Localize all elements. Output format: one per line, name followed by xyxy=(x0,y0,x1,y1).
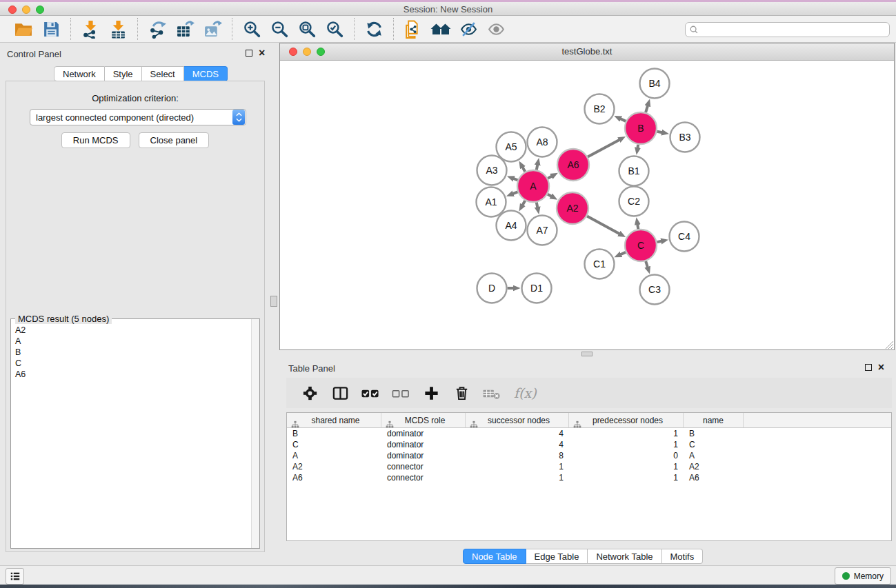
select-all-columns-icon[interactable] xyxy=(359,382,382,404)
memory-button[interactable]: Memory xyxy=(835,567,891,585)
table-cell[interactable]: 4 xyxy=(466,439,569,450)
column-header-predecessor-nodes[interactable]: predecessor nodes xyxy=(569,413,684,427)
tab-network[interactable]: Network xyxy=(54,66,105,81)
table-cell[interactable]: A xyxy=(684,450,744,461)
result-scrollbar[interactable] xyxy=(251,319,259,548)
table-cell[interactable]: 1 xyxy=(569,461,684,472)
resize-grip-icon[interactable] xyxy=(884,339,893,349)
zoom-in-icon[interactable] xyxy=(240,18,263,40)
edge-A6-B[interactable] xyxy=(588,140,619,157)
mcds-result-item[interactable]: B xyxy=(15,347,251,358)
tab-mcds[interactable]: MCDS xyxy=(184,66,228,81)
table-cell[interactable]: dominator xyxy=(381,428,466,439)
zoom-fit-icon[interactable] xyxy=(295,18,319,40)
edge-A-A6[interactable] xyxy=(548,176,552,178)
search-field[interactable] xyxy=(685,22,890,37)
edge-B-B1[interactable] xyxy=(637,145,638,148)
mcds-result-list[interactable]: A2ABCA6 xyxy=(11,321,251,548)
table-cell[interactable]: 4 xyxy=(466,428,569,439)
edge-A-A8[interactable] xyxy=(537,165,538,170)
table-row[interactable]: A6connector11A6 xyxy=(287,472,891,483)
close-panel-button[interactable]: Close panel xyxy=(139,132,210,148)
table-cell[interactable]: 1 xyxy=(569,472,684,483)
tab-motifs[interactable]: Motifs xyxy=(662,549,704,564)
copy-style-icon[interactable] xyxy=(401,18,425,40)
add-column-icon[interactable] xyxy=(419,382,443,404)
edge-B-B3[interactable] xyxy=(657,132,663,133)
tab-select[interactable]: Select xyxy=(142,66,184,81)
table-cell[interactable]: B xyxy=(287,428,381,439)
edge-A2-C[interactable] xyxy=(587,216,619,234)
import-network-icon[interactable] xyxy=(79,18,102,40)
table-row[interactable]: A2connector11A2 xyxy=(287,461,891,472)
search-input[interactable] xyxy=(699,23,889,36)
mcds-result-item[interactable]: C xyxy=(15,358,251,369)
optimization-criterion-dropdown[interactable]: largest connected component (directed) xyxy=(30,109,246,125)
zoom-selected-icon[interactable] xyxy=(323,18,346,40)
delete-table-icon[interactable] xyxy=(480,382,504,404)
mcds-result-item[interactable]: A6 xyxy=(15,369,251,380)
network-view-window[interactable]: testGlobe.txt AA1A2A3A4A5A6A7A8BB1B2B3B4… xyxy=(279,43,895,350)
export-image-icon[interactable] xyxy=(201,18,224,40)
column-header-successor-nodes[interactable]: successor nodes xyxy=(466,413,569,427)
mcds-result-item[interactable]: A xyxy=(15,336,251,347)
export-network-icon[interactable] xyxy=(146,18,169,40)
table-cell[interactable]: A2 xyxy=(287,461,381,472)
edge-B-B4[interactable] xyxy=(646,105,648,112)
import-table-icon[interactable] xyxy=(106,18,130,40)
column-header-shared-name[interactable]: shared name xyxy=(287,413,381,427)
table-cell[interactable]: A2 xyxy=(684,461,744,472)
split-view-icon[interactable] xyxy=(328,382,352,404)
column-header-name[interactable]: name xyxy=(684,413,744,427)
network-canvas[interactable]: AA1A2A3A4A5A6A7A8BB1B2B3B4CC1C2C3C4DD1 xyxy=(281,61,894,349)
table-cell[interactable]: C xyxy=(287,439,381,450)
edge-B-B2[interactable] xyxy=(620,119,626,121)
table-cell[interactable]: 1 xyxy=(569,439,684,450)
table-row[interactable]: Cdominator41C xyxy=(287,439,891,450)
export-table-icon[interactable] xyxy=(173,18,197,40)
column-header-MCDS-role[interactable]: MCDS role xyxy=(381,413,466,427)
table-cell[interactable]: 1 xyxy=(466,472,569,483)
edge-C-C4[interactable] xyxy=(657,241,662,242)
float-table-panel-icon[interactable] xyxy=(865,364,872,371)
table-cell[interactable]: 1 xyxy=(569,428,684,439)
edge-C-C1[interactable] xyxy=(621,252,626,254)
task-history-button[interactable] xyxy=(6,568,24,585)
edge-C-C3[interactable] xyxy=(646,261,648,267)
close-panel-icon[interactable]: × xyxy=(259,50,265,57)
table-row[interactable]: Bdominator41B xyxy=(287,428,891,439)
tab-style[interactable]: Style xyxy=(105,66,142,81)
show-panel-eye-icon[interactable] xyxy=(484,18,508,40)
edge-A-A1[interactable] xyxy=(512,192,517,194)
unselect-columns-icon[interactable] xyxy=(389,382,412,404)
table-cell[interactable]: connector xyxy=(381,461,466,472)
edge-A-A5[interactable] xyxy=(522,167,525,172)
table-cell[interactable]: 1 xyxy=(466,461,569,472)
function-builder-icon[interactable]: f(x) xyxy=(514,385,537,401)
table-cell[interactable]: A xyxy=(287,450,381,461)
mcds-result-item[interactable]: A2 xyxy=(15,325,251,336)
edge-A-A7[interactable] xyxy=(537,203,538,208)
zoom-out-icon[interactable] xyxy=(268,18,291,40)
close-table-panel-icon[interactable]: × xyxy=(878,364,884,371)
edge-A-A3[interactable] xyxy=(513,179,517,180)
settings-gear-icon[interactable] xyxy=(298,382,321,404)
tab-node-table[interactable]: Node Table xyxy=(463,549,526,564)
table-cell[interactable]: A6 xyxy=(684,472,744,483)
refresh-icon[interactable] xyxy=(362,18,386,40)
node-table[interactable]: shared nameMCDS rolesuccessor nodesprede… xyxy=(286,412,892,541)
save-icon[interactable] xyxy=(39,18,63,40)
tab-network-table[interactable]: Network Table xyxy=(588,549,661,564)
table-cell[interactable]: connector xyxy=(381,472,466,483)
vertical-divider-handle[interactable] xyxy=(270,296,277,307)
table-cell[interactable]: dominator xyxy=(381,439,466,450)
open-folder-icon[interactable] xyxy=(12,18,35,40)
edge-A-A2[interactable] xyxy=(548,194,552,196)
run-mcds-button[interactable]: Run MCDS xyxy=(61,132,130,148)
edge-C-C2[interactable] xyxy=(637,224,638,229)
float-panel-icon[interactable] xyxy=(246,50,252,57)
table-row[interactable]: Adominator80A xyxy=(287,450,891,461)
horizontal-divider-handle[interactable] xyxy=(581,352,593,356)
table-cell[interactable]: A6 xyxy=(287,472,381,483)
tab-edge-table[interactable]: Edge Table xyxy=(526,549,588,564)
